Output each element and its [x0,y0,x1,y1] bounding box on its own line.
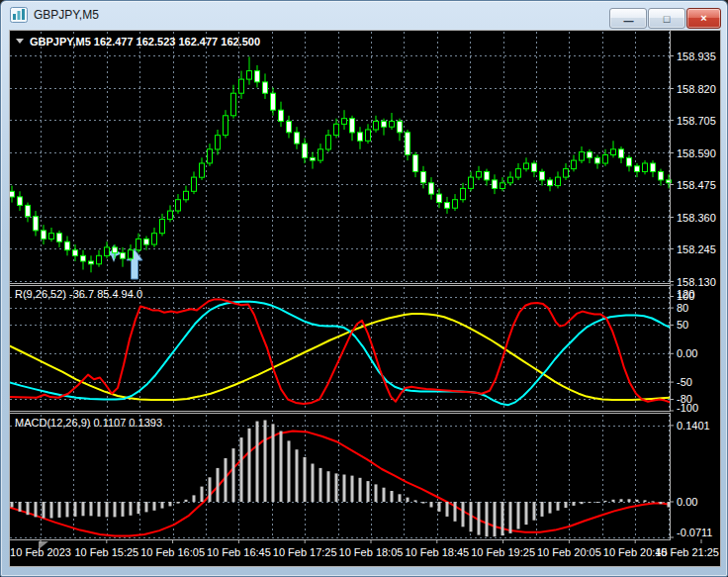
histogram-bar [177,502,180,504]
candle-body [580,152,585,161]
price-tick-label: 158.705 [677,115,716,127]
histogram-bar [399,494,402,502]
candle-body [303,144,308,157]
price-tick-label: 158.935 [677,50,716,62]
candle-body [279,110,284,121]
histogram-bar [573,502,576,506]
histogram-bar [19,502,22,512]
minimize-button[interactable]: — [609,8,647,29]
time-tick-label[interactable]: 10 Feb 2023 [10,546,71,558]
candle-body [437,194,442,203]
minimize-icon: — [624,16,633,27]
candle-body [651,163,656,172]
price-tick-label: 158.820 [677,83,716,95]
histogram-bar [517,502,520,529]
histogram-bar [217,468,220,502]
time-tick-label[interactable]: 10 Feb 21:25 [655,546,719,558]
histogram-bar [11,502,14,508]
candle-body [635,166,640,172]
candle-body [129,250,134,259]
chart-area[interactable]: 158.935158.820158.705158.590158.475158.3… [9,30,721,567]
candle-body [342,119,347,125]
histogram-bar [327,471,330,502]
candle-body [619,149,624,158]
title-bar[interactable]: GBPJPY,M5 — □ × [1,1,727,30]
candle-body [485,171,490,180]
time-tick-label[interactable]: 10 Feb 20:05 [537,546,601,558]
time-tick-label[interactable]: 10 Feb 18:05 [339,546,404,558]
histogram-bar [201,487,204,502]
candle-body [160,220,165,234]
candle-body [34,217,39,231]
histogram-bar [225,458,228,502]
candle-body [26,205,31,216]
histogram-bar [628,499,631,502]
candle-body [516,169,521,178]
macd-label: MACD(12,26,9) 0.1107 0.1393 [15,417,162,429]
candle-body [603,155,608,164]
candle-body [318,149,323,160]
candle-body [10,191,15,197]
oscillator-tick-label: 80 [677,302,688,314]
histogram-bar [114,502,117,517]
histogram-bar [462,502,465,527]
candle-body [540,171,545,180]
oscillator-tick-label: 50 [677,319,688,331]
histogram-bar [145,502,148,512]
histogram-bar [430,502,433,508]
histogram-bar [652,501,655,502]
price-tick-label: 158.360 [677,212,716,224]
candle-body [97,255,102,264]
histogram-bar [209,477,212,502]
oscillator-label: R(9,26,52) -36.7 85.4 94.0 [15,288,142,300]
macd-tick-label: 0.1401 [677,420,710,432]
histogram-bar [541,502,544,517]
candle-body [216,136,221,149]
oscillator-tick-label: 100 [677,290,694,302]
oscillator-tick-label: -50 [677,376,692,388]
candle-body [398,122,403,133]
close-button[interactable]: × [686,8,721,29]
candle-body [89,261,94,264]
time-tick-label[interactable]: 10 Feb 19:25 [471,546,535,558]
candle-body [136,239,141,249]
time-tick-label[interactable]: 10 Feb 16:05 [140,546,205,558]
candle-body [224,116,228,136]
histogram-bar [98,502,101,517]
histogram-bar [296,449,299,502]
candle-body [532,163,537,172]
histogram-bar [35,502,38,517]
histogram-bar [130,502,133,516]
histogram-bar [391,491,394,502]
histogram-bar [304,457,307,502]
candle-body [500,183,505,189]
candle-body [231,93,236,116]
histogram-bar [232,448,235,502]
candle-body [413,155,418,172]
candle-body [334,124,339,135]
terminal-window: GBPJPY,M5 — □ × 158.935158.820158.705158… [0,0,728,577]
candle-body [374,122,379,131]
histogram-bar [106,502,109,517]
histogram-bar [612,500,615,502]
candle-body [366,130,371,141]
time-tick-label[interactable]: 10 Feb 18:45 [405,546,469,558]
candle-body [548,180,553,186]
candle-body [255,71,260,82]
price-tick-label: 158.130 [677,276,716,288]
time-tick-label[interactable]: 10 Feb 15:25 [74,546,138,558]
histogram-bar [169,502,172,506]
candle-body [184,191,189,200]
time-tick-label[interactable]: 10 Feb 16:45 [207,546,271,558]
histogram-bar [525,502,528,525]
restore-button[interactable]: □ [648,8,685,29]
candle-body [382,122,387,128]
candle-body [556,177,561,186]
candle-body [469,177,474,188]
histogram-bar [383,488,386,502]
candle-body [208,149,213,163]
time-tick-label[interactable]: 10 Feb 17:25 [273,546,337,558]
chart-canvas[interactable]: 158.935158.820158.705158.590158.475158.3… [9,30,721,567]
restore-icon: □ [664,14,671,25]
histogram-bar [240,437,243,502]
